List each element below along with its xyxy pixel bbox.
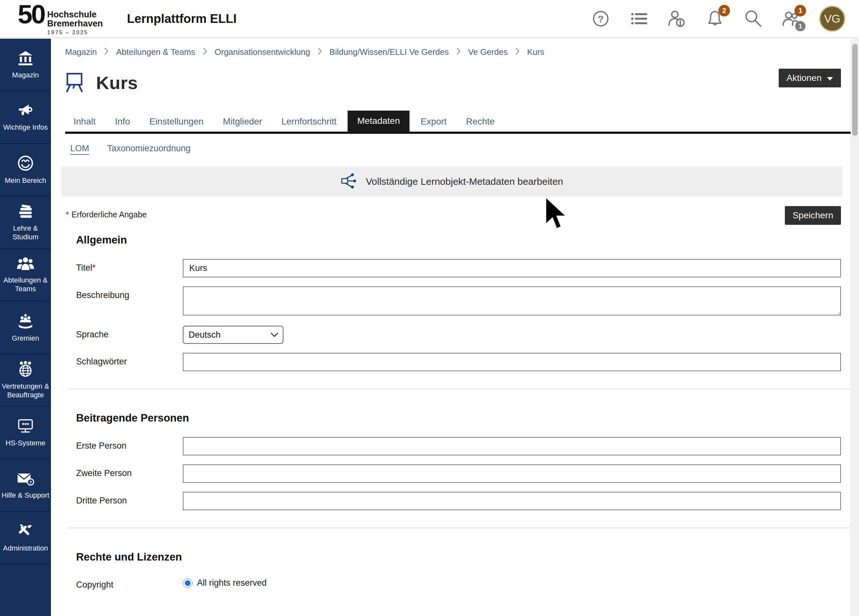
field-row-erste-person: Erste Person <box>51 437 841 455</box>
actions-button[interactable]: Aktionen <box>779 69 841 88</box>
zweite-person-label: Zweite Person <box>51 464 183 478</box>
contacts-icon[interactable]: 1 1 <box>781 9 801 29</box>
main-content: Magazin Abteilungen & Teams Organisation… <box>51 39 851 616</box>
titel-label: Titel* <box>51 259 183 273</box>
tab-info[interactable]: Info <box>107 112 139 131</box>
notifications-bell-icon[interactable]: 2 <box>705 9 725 29</box>
sidebar-item-wichtige-infos[interactable]: Wichtige Infos <box>0 91 51 144</box>
dritte-person-input[interactable] <box>183 492 841 510</box>
beschreibung-label: Beschreibung <box>51 286 183 300</box>
svg-text:***: *** <box>22 421 29 428</box>
sidebar-item-label: HS-Systeme <box>4 439 47 448</box>
books-icon <box>16 203 34 220</box>
sidebar-item-label: Lehre & Studium <box>0 224 51 242</box>
tab-rechte[interactable]: Rechte <box>458 112 503 131</box>
sidebar-item-hilfe-support[interactable]: ? Hilfe & Support <box>0 459 51 512</box>
copyright-radio[interactable] <box>183 578 192 588</box>
dritte-person-label: Dritte Person <box>51 492 183 506</box>
page-title: Kurs <box>96 72 138 93</box>
breadcrumb-item[interactable]: Bildung/Wissen/ELLI Ve Gerdes <box>330 47 449 57</box>
field-row-titel: Titel* <box>51 259 841 277</box>
user-avatar[interactable]: VG <box>819 5 845 32</box>
erste-person-input[interactable] <box>183 437 841 455</box>
contacts-badge-primary: 1 <box>795 5 806 16</box>
tab-metadaten[interactable]: Metadaten <box>348 111 409 131</box>
sidebar-item-label: Gremien <box>10 334 41 343</box>
logo-number: 50 <box>18 2 44 27</box>
top-header: 50 Hochschule Bremerhaven 1975 – 2025 Le… <box>0 0 859 38</box>
sidebar-item-label: Magazin <box>10 71 40 80</box>
scrollbar-thumb[interactable] <box>852 44 858 136</box>
page-scrollbar[interactable] <box>851 39 859 616</box>
subtab-taxonomiezuordnung[interactable]: Taxonomiezuordnung <box>108 144 191 153</box>
field-row-sprache: Sprache Deutsch <box>51 326 841 344</box>
smiley-icon <box>17 155 34 173</box>
sub-tab-bar: LOM Taxonomiezuordnung <box>70 144 851 153</box>
beschreibung-textarea[interactable] <box>183 286 841 316</box>
titel-input[interactable] <box>183 259 841 277</box>
logo-name-line2: Bremerhaven <box>47 19 103 28</box>
notifications-badge: 2 <box>718 5 730 16</box>
chevron-right-icon <box>515 47 520 57</box>
sidebar-item-label: Hilfe & Support <box>0 491 51 500</box>
field-row-beschreibung: Beschreibung <box>51 286 841 317</box>
zweite-person-input[interactable] <box>183 464 841 483</box>
tab-mitglieder[interactable]: Mitglieder <box>214 112 270 131</box>
erste-person-label: Erste Person <box>51 437 183 451</box>
copyright-label: Copyright <box>51 576 183 590</box>
sidebar-item-magazin[interactable]: Magazin <box>0 39 51 91</box>
svg-text:?: ? <box>598 14 604 24</box>
edit-full-metadata-banner[interactable]: Vollständige Lernobjekt-Metadaten bearbe… <box>61 166 843 196</box>
globe-people-icon <box>17 361 34 378</box>
caret-down-icon <box>827 73 833 83</box>
field-row-zweite-person: Zweite Person <box>51 464 841 483</box>
section-heading-rechte: Rechte und Lizenzen <box>76 551 851 563</box>
tab-einstellungen[interactable]: Einstellungen <box>141 112 212 131</box>
tab-inhalt[interactable]: Inhalt <box>65 112 104 131</box>
breadcrumb-item[interactable]: Organisationsentwicklung <box>215 47 310 57</box>
chevron-right-icon <box>105 47 108 57</box>
sidebar-item-label: Vertretungen & Beauftragte <box>0 382 51 400</box>
online-users-icon[interactable] <box>667 9 687 29</box>
section-heading-beitragende: Beitragende Personen <box>76 412 851 424</box>
breadcrumb: Magazin Abteilungen & Teams Organisation… <box>51 39 851 57</box>
breadcrumb-item-current[interactable]: Kurs <box>527 47 544 57</box>
sidebar-filler <box>0 564 51 616</box>
sidebar-item-vertretungen-beauftragte[interactable]: Vertretungen & Beauftragte <box>0 354 51 407</box>
banner-label: Vollständige Lernobjekt-Metadaten bearbe… <box>365 176 563 187</box>
sidebar-item-label: Mein Bereich <box>3 177 48 185</box>
main-sidebar: Magazin Wichtige Infos Mein Bereich <box>0 39 51 616</box>
list-menu-icon[interactable] <box>629 9 649 29</box>
sidebar-item-label: Administration <box>1 544 49 553</box>
sidebar-item-hs-systeme[interactable]: *** HS-Systeme <box>0 407 51 459</box>
chevron-right-icon <box>203 47 207 57</box>
save-button[interactable]: Speichern <box>785 206 841 225</box>
chevron-right-icon <box>457 47 461 57</box>
breadcrumb-item[interactable]: Ve Gerdes <box>468 47 508 57</box>
sidebar-item-gremien[interactable]: Gremien <box>0 302 51 354</box>
tab-export[interactable]: Export <box>412 112 455 131</box>
metadata-hub-icon <box>340 172 357 191</box>
sidebar-item-abteilungen-teams[interactable]: Abteilungen & Teams <box>0 249 51 302</box>
people-group-icon <box>16 256 34 272</box>
field-row-dritte-person: Dritte Person <box>51 492 841 510</box>
sidebar-item-mein-bereich[interactable]: Mein Bereich <box>0 144 51 196</box>
copyright-option-label: All rights reserved <box>197 578 267 588</box>
sidebar-item-lehre-studium[interactable]: Lehre & Studium <box>0 196 51 249</box>
university-logo[interactable]: 50 Hochschule Bremerhaven 1975 – 2025 <box>18 2 103 36</box>
sidebar-item-administration[interactable]: Administration <box>0 512 51 564</box>
chevron-right-icon <box>318 47 322 57</box>
schlagwoerter-label: Schlagwörter <box>51 353 183 367</box>
subtab-lom[interactable]: LOM <box>70 144 89 153</box>
required-note: *Erforderliche Angabe <box>66 210 147 219</box>
help-icon[interactable]: ? <box>591 9 611 29</box>
tab-lernfortschritt[interactable]: Lernfortschritt <box>273 112 345 131</box>
megaphone-icon <box>16 103 34 120</box>
sidebar-item-label: Wichtige Infos <box>2 123 49 132</box>
breadcrumb-item[interactable]: Magazin <box>65 47 97 57</box>
search-icon[interactable] <box>743 9 763 29</box>
language-select[interactable]: Deutsch <box>183 326 283 344</box>
schlagwoerter-input[interactable] <box>183 353 841 371</box>
breadcrumb-item[interactable]: Abteilungen & Teams <box>116 47 195 57</box>
tools-icon <box>17 523 34 541</box>
